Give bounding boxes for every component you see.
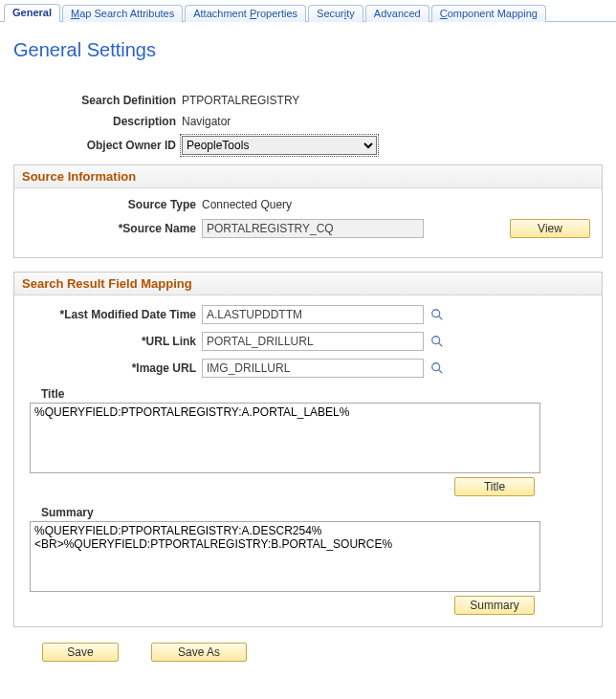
- tab-label: ty: [346, 8, 355, 19]
- svg-line-1: [439, 317, 443, 320]
- save-as-button[interactable]: Save As: [151, 643, 247, 662]
- owner-id-select[interactable]: PeopleTools: [182, 136, 377, 155]
- tab-label: Attachment: [193, 8, 250, 19]
- url-link-label: *URL Link: [26, 335, 202, 348]
- owner-id-label: Object Owner ID: [13, 139, 182, 152]
- search-result-field-mapping-group: Search Result Field Mapping *Last Modifi…: [13, 272, 603, 627]
- source-name-label: *Source Name: [26, 222, 202, 235]
- view-button[interactable]: View: [510, 219, 590, 238]
- tab-mnemonic: C: [440, 8, 448, 19]
- summary-label: Summary: [41, 506, 590, 519]
- image-url-input[interactable]: [202, 359, 424, 378]
- lmdt-input[interactable]: [202, 305, 424, 324]
- description-label: Description: [13, 115, 182, 128]
- title-button[interactable]: Title: [454, 477, 535, 496]
- summary-textarea[interactable]: [30, 521, 540, 592]
- tab-label: General: [12, 7, 52, 18]
- tab-advanced[interactable]: Advanced: [365, 5, 429, 22]
- lookup-icon[interactable]: [429, 360, 445, 376]
- tab-label: Advanced: [374, 8, 421, 19]
- search-definition-label: Search Definition: [13, 94, 182, 107]
- source-type-label: Source Type: [26, 198, 202, 211]
- title-label: Title: [41, 387, 590, 401]
- tab-map-search-attributes[interactable]: Map Search Attributes: [62, 5, 183, 22]
- tab-bar: General Map Search Attributes Attachment…: [0, 0, 616, 22]
- url-link-input[interactable]: [202, 332, 424, 351]
- tab-security[interactable]: Security: [308, 5, 363, 22]
- lookup-icon[interactable]: [429, 307, 445, 322]
- page-title: General Settings: [13, 39, 616, 61]
- source-information-title: Source Information: [14, 165, 602, 188]
- svg-point-0: [432, 310, 440, 317]
- tab-general[interactable]: General: [4, 4, 60, 22]
- search-definition-value: PTPORTALREGISTRY: [182, 94, 299, 107]
- tab-label: ap Search Attributes: [79, 8, 174, 19]
- tab-attachment-properties[interactable]: Attachment Properties: [185, 5, 306, 22]
- tab-label: omponent Mapping: [448, 8, 538, 19]
- svg-line-3: [439, 343, 443, 347]
- tab-component-mapping[interactable]: Component Mapping: [431, 5, 546, 22]
- lookup-icon[interactable]: [429, 334, 445, 349]
- title-textarea[interactable]: [30, 403, 540, 473]
- tab-label: roperties: [256, 8, 297, 19]
- lmdt-label: *Last Modified Date Time: [26, 308, 202, 321]
- definition-block: Search Definition PTPORTALREGISTRY Descr…: [13, 94, 603, 155]
- content-area: Search Definition PTPORTALREGISTRY Descr…: [0, 94, 616, 681]
- srfm-title: Search Result Field Mapping: [14, 273, 602, 295]
- svg-line-5: [439, 370, 443, 374]
- svg-point-4: [432, 363, 440, 371]
- description-value: Navigator: [182, 115, 231, 128]
- save-row: Save Save As: [42, 643, 603, 662]
- image-url-label: *Image URL: [26, 361, 202, 375]
- tab-label: Secur: [317, 8, 344, 19]
- source-information-group: Source Information Source Type Connected…: [13, 164, 603, 258]
- summary-button[interactable]: Summary: [454, 596, 535, 615]
- save-button[interactable]: Save: [42, 643, 119, 662]
- tab-mnemonic: M: [71, 8, 79, 19]
- source-type-value: Connected Query: [202, 198, 292, 211]
- svg-point-2: [432, 337, 440, 344]
- source-name-input[interactable]: [202, 219, 424, 238]
